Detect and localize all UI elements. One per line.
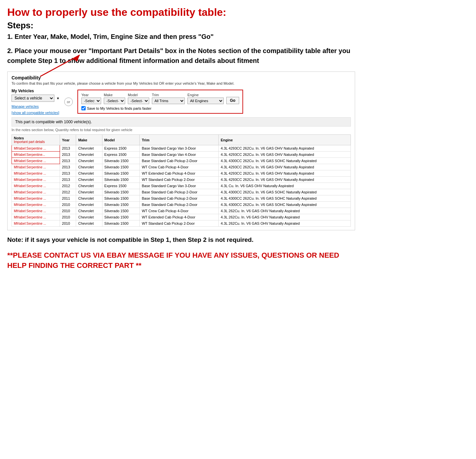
th-engine: Engine [218,135,350,145]
table-cell: Chevrolet [76,208,102,214]
table-cell: Chevrolet [76,202,102,208]
table-cell: WT Standard Cab Pickup 2-Door [140,220,219,227]
table-cell: Chevrolet [76,177,102,183]
red-arrow-icon [37,52,90,78]
table-cell: Silverado 1500 [102,189,140,195]
table-cell: Mfrlabel:Serpentine ... [12,170,60,177]
engine-field-group: Engine All Engines [187,93,224,104]
table-row: Mfrlabel:Serpentine...2013ChevroletExpre… [12,152,351,158]
show-all-link[interactable]: [show all compatible vehicles] [12,111,60,115]
make-select[interactable]: -Select- [104,98,125,104]
save-checkbox-row: Save to My Vehicles to finds parts faste… [81,106,239,110]
my-vehicles-section: My Vehicles Select a vehicle ▼ Manage ve… [12,89,60,115]
table-cell: 4.3L 4300CC 262Cu. In. V6 GAS SOHC Natur… [218,189,350,195]
table-cell: 4.3L 4293CC 262Cu. In. V6 GAS OHV Natura… [218,177,350,183]
manage-vehicles-link[interactable]: Manage vehicles [12,104,60,108]
table-cell: WT Crew Cab Pickup 4-Door [140,164,219,170]
quantity-note: In the notes section below, Quantity ref… [12,128,351,132]
table-cell: Base Standard Cab Pickup 2-Door [140,158,219,164]
select-vehicle-dropdown[interactable]: Select a vehicle [12,95,54,102]
main-title: How to properly use the compatibility ta… [7,6,355,18]
table-cell: Chevrolet [76,170,102,177]
th-model: Model [102,135,140,145]
compat-table: Notes Important part details Year Make M… [12,134,351,227]
table-cell: 4.3L 4300CC 262Cu. In. V6 GAS SOHC Natur… [218,195,350,202]
table-cell: Mfrlabel:Serpentine ... [12,189,60,195]
table-cell: 4.3L 4293CC 262Cu. In. V6 GAS OHV Natura… [218,164,350,170]
table-cell: Silverado 1500 [102,202,140,208]
table-cell: Express 1500 [102,183,140,189]
table-cell: 4.3L 4300CC 262Cu. In. V6 GAS SOHC Natur… [218,202,350,208]
table-cell: Mfrlabel:Serpentine ... [12,164,60,170]
table-cell: Silverado 1500 [102,164,140,170]
table-cell: 4.3L 4293CC 262Cu. In. V6 GAS OHV Natura… [218,152,350,158]
table-cell: 2012 [60,189,76,195]
th-make: Make [76,135,102,145]
table-cell: Mfrlabel:Serpentine... [12,152,60,158]
table-cell: Base Standard Cab Pickup 2-Door [140,195,219,202]
step1-text: 1. Enter Year, Make, Model, Trim, Engine… [7,32,355,41]
table-cell: Mfrlabel:Serpentine ... [12,202,60,208]
table-cell: 4.3L 4300CC 262Cu. In. V6 GAS SOHC Natur… [218,158,350,164]
table-cell: 2013 [60,145,76,152]
table-cell: 2013 [60,177,76,183]
table-cell: 2010 [60,202,76,208]
table-cell: WT Standard Cab Pickup 2-Door [140,177,219,183]
table-cell: Mfrlabel:Serpentine ... [12,145,60,152]
table-cell: Silverado 1500 [102,158,140,164]
vehicle-fields-box: Year -Select- Make -Select- Model [77,90,243,114]
table-cell: Mfrlabel:Serpentine ... [12,158,60,164]
table-cell: Base Standard Cargo Van 3-Door [140,183,219,189]
table-row: Mfrlabel:Serpentine ...2010ChevroletSilv… [12,208,351,214]
table-cell: 4.3L 262Cu. In. V6 GAS OHV Naturally Asp… [218,220,350,227]
table-cell: 2010 [60,214,76,220]
compat-count-text: This part is compatible with 1000 vehicl… [15,120,92,124]
table-cell: 2013 [60,164,76,170]
table-row: Mfrlabel:Serpentine ...2012ChevroletSilv… [12,189,351,195]
table-cell: Express 1500 [102,152,140,158]
table-cell: 2013 [60,158,76,164]
table-header-row: Notes Important part details Year Make M… [12,135,351,145]
trim-select[interactable]: All Trims [152,98,185,104]
table-cell: 4.3L Cu. In. V6 GAS OHV Naturally Aspira… [218,183,350,189]
table-cell: Base Standard Cargo Van 3-Door [140,145,219,152]
table-cell: Chevrolet [76,158,102,164]
table-cell: Chevrolet [76,145,102,152]
table-cell: Chevrolet [76,164,102,170]
dropdown-arrow-icon: ▼ [56,97,60,100]
table-cell: Mfrlabel:Serpentine ... [12,195,60,202]
engine-select[interactable]: All Engines [187,98,224,104]
go-button[interactable]: Go [226,97,239,104]
make-field-group: Make -Select- [104,93,125,104]
table-cell: Chevrolet [76,214,102,220]
save-label: Save to My Vehicles to finds parts faste… [87,106,152,110]
table-cell: WT Extended Cab Pickup 4-Door [140,170,219,177]
th-year: Year [60,135,76,145]
table-row: Mfrlabel:Serpentine ...2013ChevroletExpr… [12,145,351,152]
year-select[interactable]: -Select- [81,98,101,104]
contact-text: **PLEASE CONTACT US VIA EBAY MESSAGE IF … [7,250,355,271]
save-vehicles-checkbox[interactable] [81,106,86,110]
table-cell: Mfrlabel:Serpentine ... [12,177,60,183]
table-cell: 2011 [60,195,76,202]
note-text: Note: if it says your vehicle is not com… [7,236,355,244]
table-cell: Chevrolet [76,195,102,202]
table-cell: Mfrlabel:Serpentine ... [12,183,60,189]
table-row: Mfrlabel:Serpentine ...2013ChevroletSilv… [12,170,351,177]
table-cell: Silverado 1500 [102,220,140,227]
svg-line-0 [40,55,80,76]
table-row: Mfrlabel:Serpentine ...2011ChevroletSilv… [12,195,351,202]
table-cell: Silverado 1500 [102,214,140,220]
table-row: Mfrlabel:Serpentine ...2010ChevroletSilv… [12,220,351,227]
make-label: Make [104,93,125,97]
table-cell: Mfrlabel:Serpentine ... [12,214,60,220]
table-cell: 4.3L 262Cu. In. V6 GAS OHV Naturally Asp… [218,214,350,220]
table-cell: Chevrolet [76,152,102,158]
table-cell: 2012 [60,183,76,189]
model-select[interactable]: -Select- [128,98,149,104]
table-cell: WT Crew Cab Pickup 4-Door [140,208,219,214]
table-cell: Base Standard Cab Pickup 2-Door [140,202,219,208]
table-cell: Chevrolet [76,189,102,195]
table-row: Mfrlabel:Serpentine ...2013ChevroletSilv… [12,177,351,183]
table-row: Mfrlabel:Serpentine ...2013ChevroletSilv… [12,164,351,170]
